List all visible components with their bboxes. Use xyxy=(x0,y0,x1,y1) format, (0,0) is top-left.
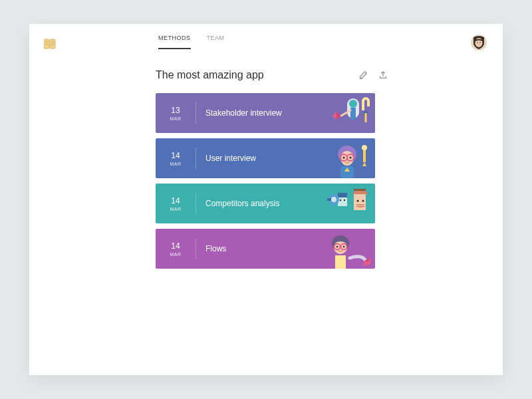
content: The most amazing app 13 MAR Stakeholder … xyxy=(29,49,388,269)
avatar[interactable] xyxy=(471,35,487,51)
tab-team[interactable]: TEAM xyxy=(207,35,225,49)
svg-rect-0 xyxy=(44,39,49,49)
method-card[interactable]: 14 MAR Flows xyxy=(156,229,375,269)
card-month: MAR xyxy=(156,207,196,211)
svg-point-38 xyxy=(357,200,359,202)
card-day: 13 xyxy=(156,106,196,115)
svg-point-24 xyxy=(350,157,352,159)
svg-point-28 xyxy=(362,145,367,150)
card-title: User interview xyxy=(205,154,256,163)
svg-point-10 xyxy=(477,42,478,43)
card-date: 14 MAR xyxy=(156,151,196,166)
card-illustration xyxy=(302,93,375,133)
method-card[interactable]: 14 MAR User interview xyxy=(156,138,375,178)
svg-rect-35 xyxy=(327,198,331,201)
edit-icon[interactable] xyxy=(358,70,368,80)
card-month: MAR xyxy=(156,162,196,166)
card-day: 14 xyxy=(156,151,196,160)
svg-rect-27 xyxy=(363,149,366,162)
svg-point-23 xyxy=(343,157,345,159)
share-icon[interactable] xyxy=(378,70,388,80)
card-month: MAR xyxy=(156,116,196,121)
method-card[interactable]: 13 MAR Stakeholder interview xyxy=(156,93,375,133)
divider xyxy=(196,238,196,259)
svg-rect-14 xyxy=(350,108,356,120)
card-illustration xyxy=(302,229,375,269)
svg-point-45 xyxy=(343,246,345,248)
card-month: MAR xyxy=(156,252,196,257)
divider xyxy=(196,148,196,169)
svg-marker-16 xyxy=(336,112,340,120)
card-title: Stakeholder interview xyxy=(205,108,282,118)
svg-point-11 xyxy=(479,42,481,43)
card-day: 14 xyxy=(156,241,196,251)
topbar: METHODSTEAM xyxy=(29,24,503,49)
svg-point-39 xyxy=(362,200,364,202)
svg-rect-46 xyxy=(335,255,346,269)
svg-point-34 xyxy=(331,197,336,202)
nav-tabs: METHODSTEAM xyxy=(158,35,225,49)
svg-point-31 xyxy=(340,200,341,201)
svg-point-32 xyxy=(344,200,345,201)
svg-point-44 xyxy=(336,246,338,248)
card-illustration xyxy=(302,184,375,223)
svg-point-13 xyxy=(349,100,357,108)
app-window: METHODSTEAM The most amazing app 13 MAR … xyxy=(29,24,503,375)
card-date: 14 MAR xyxy=(156,241,196,257)
divider xyxy=(196,193,196,214)
svg-rect-18 xyxy=(365,113,367,122)
card-date: 14 MAR xyxy=(156,196,196,211)
card-illustration xyxy=(302,138,375,178)
tab-methods[interactable]: METHODS xyxy=(158,35,191,49)
method-list: 13 MAR Stakeholder interview 14 MAR User… xyxy=(156,93,375,269)
page-head: The most amazing app xyxy=(156,69,388,81)
divider xyxy=(196,102,196,124)
svg-rect-37 xyxy=(354,189,366,191)
svg-rect-1 xyxy=(50,39,55,49)
page-title: The most amazing app xyxy=(156,69,348,81)
card-day: 14 xyxy=(156,196,196,205)
method-card[interactable]: 14 MAR Competitors analysis xyxy=(156,184,375,223)
card-title: Flows xyxy=(205,244,226,253)
card-date: 13 MAR xyxy=(156,106,196,121)
logo-icon xyxy=(44,39,56,49)
svg-rect-30 xyxy=(338,193,347,198)
card-title: Competitors analysis xyxy=(205,199,279,208)
svg-rect-36 xyxy=(354,194,366,210)
